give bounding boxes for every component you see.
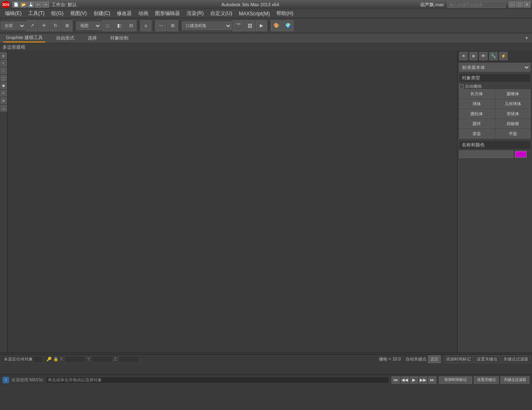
select-btn[interactable]: 选定	[428, 356, 441, 363]
go-end-btn[interactable]: ⏭	[428, 376, 436, 384]
object-name-input[interactable]	[459, 151, 513, 158]
main-toolbar: 全部 ↗ ✛ ↻ ⊞ 视图 □ ◧ ⊟ ≡ 〰 ⊞ 口建选程集 🎬 🖼 ▶ 🎨 …	[0, 18, 532, 33]
save-btn[interactable]: 💾	[27, 2, 34, 7]
render-btn[interactable]: ▶	[256, 20, 267, 31]
viewport-area[interactable]: [+][正交][真实] X Y	[7, 51, 457, 353]
mirror-btn[interactable]: ◧	[114, 20, 125, 31]
next-frame-btn[interactable]: ▶▶	[419, 376, 427, 384]
menu-graph-editor[interactable]: 图形编辑器	[152, 9, 183, 18]
breadcrumb: 多边形建模	[0, 43, 532, 51]
left-btn-1[interactable]: ⊕	[0, 52, 7, 59]
graphite-expand[interactable]: ▼	[525, 36, 529, 40]
obj-sphere[interactable]: 球体	[459, 99, 495, 109]
obj-teapot[interactable]: 茶壶	[459, 129, 495, 138]
left-btn-6[interactable]: ✎	[0, 90, 7, 96]
panel-icon-2[interactable]: ⊕	[469, 52, 478, 60]
left-btn-3[interactable]: □	[0, 67, 7, 74]
obj-geosphere[interactable]: 几何球体	[495, 99, 531, 109]
menu-edit[interactable]: 编辑(E)	[2, 9, 25, 18]
separator-2	[138, 20, 139, 31]
set-key-btn[interactable]: 设置关键点	[475, 356, 500, 363]
graphite-paint[interactable]: 对象绘制	[108, 34, 131, 42]
material-editor-btn[interactable]: 🎨	[271, 20, 282, 31]
app-logo: 3DS	[2, 1, 10, 8]
separator-3	[153, 20, 154, 31]
left-btn-2[interactable]: ↖	[0, 60, 7, 67]
breadcrumb-text: 多边形建模	[2, 44, 25, 50]
open-btn[interactable]: 📂	[20, 2, 27, 7]
play-btn[interactable]: ▶	[410, 376, 418, 384]
lock-icon: 🔒	[53, 357, 58, 361]
select-btn[interactable]: ↗	[27, 20, 37, 31]
graphite-freeform[interactable]: 自由形式	[54, 34, 77, 42]
maximize-btn[interactable]: □	[516, 2, 523, 7]
panel-icon-3[interactable]: 👁	[479, 52, 488, 60]
graphite-select[interactable]: 选择	[85, 34, 99, 42]
filter-btn[interactable]: 关键点过滤器	[501, 356, 530, 363]
go-start-btn[interactable]: ⏮	[392, 376, 400, 384]
scale-btn[interactable]: ⊞	[62, 20, 72, 31]
menu-animation[interactable]: 动画	[135, 9, 152, 18]
left-btn-5[interactable]: ⬟	[0, 82, 7, 89]
obj-pyramid[interactable]: 四棱锥	[495, 119, 531, 128]
filter-play-btn[interactable]: 关键点过滤器	[500, 376, 530, 384]
menu-view[interactable]: 视图(V)	[67, 9, 90, 18]
menu-customize[interactable]: 自定义(U)	[207, 9, 236, 18]
panel-icon-4[interactable]: 🔧	[489, 52, 498, 60]
select-region-btn[interactable]: □	[102, 20, 113, 31]
left-btn-7[interactable]: ⊞	[0, 97, 7, 104]
close-btn[interactable]: ✕	[524, 2, 530, 7]
panel-icon-5[interactable]: ⚡	[499, 52, 507, 60]
file-name: 葫芦飘.max	[420, 2, 444, 8]
move-btn[interactable]: ✛	[38, 20, 49, 31]
obj-torus[interactable]: 圆环	[459, 119, 495, 128]
obj-plane[interactable]: 平面	[495, 129, 531, 138]
left-btn-8[interactable]: △	[0, 105, 7, 111]
add-time-btn[interactable]: 添加时间标记	[444, 356, 473, 363]
view-dropdown[interactable]: 视图	[76, 22, 101, 30]
menu-help[interactable]: 帮助(H)	[273, 9, 297, 18]
align-btn[interactable]: ⊟	[126, 20, 136, 31]
render-setup-btn[interactable]: 🎬	[233, 20, 244, 31]
graphite-modeling[interactable]: Graphite 建模工具	[3, 34, 45, 42]
new-btn[interactable]: 📄	[12, 2, 19, 7]
set-key-play-btn[interactable]: 设置关键点	[474, 376, 499, 384]
y-field[interactable]	[91, 356, 112, 363]
left-btn-4[interactable]: ◯	[0, 75, 7, 82]
menu-group[interactable]: 组(G)	[48, 9, 66, 18]
panel-type-dropdown[interactable]: 标准基本体	[459, 63, 530, 72]
auto-grid-checkbox[interactable]: 自动栅格	[459, 84, 530, 89]
minimize-btn[interactable]: —	[509, 2, 515, 7]
panel-icon-1[interactable]: ☀	[459, 52, 468, 60]
menu-modifier[interactable]: 修改器	[113, 9, 135, 18]
menu-tools[interactable]: 工具(T)	[25, 9, 48, 18]
undo-btn[interactable]: ↩	[35, 2, 42, 7]
filter-dropdown[interactable]: 全部	[1, 22, 26, 30]
panel-section-object-type[interactable]: 对象类型	[459, 74, 530, 82]
layers-btn[interactable]: ≡	[140, 20, 151, 31]
z-field[interactable]	[118, 356, 139, 363]
rotate-btn[interactable]: ↻	[50, 20, 61, 31]
obj-tube[interactable]: 管状体	[495, 109, 531, 119]
menu-maxscript[interactable]: MAXScript(M)	[236, 10, 273, 17]
menu-create[interactable]: 创建(C)	[90, 9, 114, 18]
auto-grid-checkbox-box[interactable]	[459, 84, 463, 89]
schematic-btn[interactable]: ⊞	[167, 20, 178, 31]
playback-controls: ⏮ ◀◀ ▶ ▶▶ ⏭	[392, 376, 436, 384]
redo-btn[interactable]: ↪	[42, 2, 49, 7]
key-tools: 添加时间标记 设置关键点 关键点过滤器	[439, 376, 530, 384]
search-input[interactable]	[447, 1, 505, 8]
rendered-frame-btn[interactable]: 🖼	[244, 20, 255, 31]
add-time-mark-btn[interactable]: 添加时间标记	[439, 376, 472, 384]
prev-frame-btn[interactable]: ◀◀	[401, 376, 409, 384]
menu-render[interactable]: 渲染(R)	[183, 9, 207, 18]
obj-cone[interactable]: 圆锥体	[495, 89, 531, 99]
curve-editor-btn[interactable]: 〰	[155, 20, 166, 31]
obj-box[interactable]: 长方体	[459, 89, 495, 99]
environment-btn[interactable]: 🌍	[283, 20, 293, 31]
x-field[interactable]	[64, 356, 85, 363]
color-swatch[interactable]	[515, 151, 527, 158]
playback-bar: i 欢迎使用 MAXSc 单击或单击并拖动以选择对象 ⏮ ◀◀ ▶ ▶▶ ⏭ 添…	[0, 374, 532, 385]
obj-cylinder[interactable]: 圆柱体	[459, 109, 495, 119]
render-preset-dropdown[interactable]: 口建选程集	[182, 22, 232, 30]
